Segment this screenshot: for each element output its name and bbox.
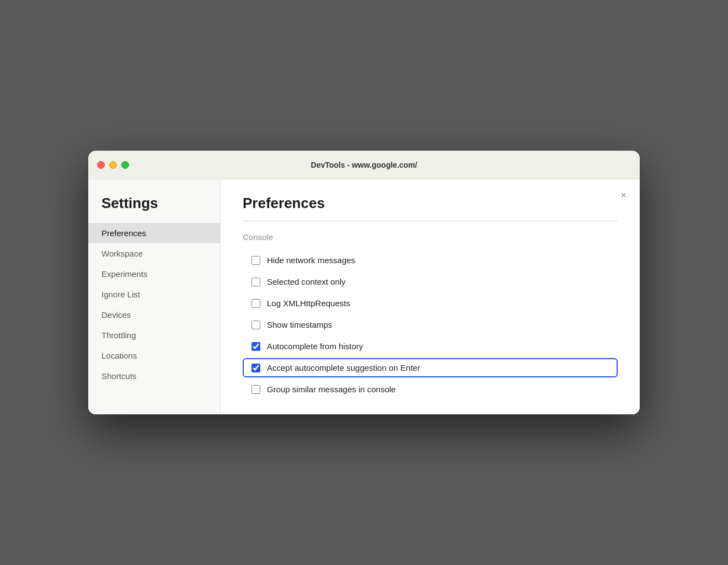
content-area: Settings Preferences Workspace Experimen…: [88, 179, 640, 414]
window-title: DevTools - www.google.com/: [311, 161, 417, 169]
panel-title: Preferences: [243, 195, 618, 212]
checkbox-list: Hide network messages Selected context o…: [243, 250, 618, 399]
checkbox-label-show-timestamps: Show timestamps: [267, 320, 332, 329]
checkbox-autocomplete-history[interactable]: [251, 342, 260, 351]
checkbox-row-group-similar[interactable]: Group similar messages in console: [243, 380, 618, 399]
close-panel-button[interactable]: ×: [620, 190, 627, 200]
checkbox-row-hide-network[interactable]: Hide network messages: [243, 250, 618, 270]
sidebar-item-locations[interactable]: Locations: [88, 345, 220, 366]
checkbox-label-hide-network: Hide network messages: [267, 255, 355, 265]
sidebar-item-devices[interactable]: Devices: [88, 305, 220, 325]
checkbox-row-autocomplete-enter[interactable]: Accept autocomplete suggestion on Enter: [243, 358, 618, 377]
section-title: Console: [243, 232, 618, 242]
checkbox-log-xmlhttp[interactable]: [251, 299, 260, 308]
sidebar-item-experiments[interactable]: Experiments: [88, 264, 220, 284]
checkbox-autocomplete-enter[interactable]: [251, 364, 260, 372]
sidebar-item-shortcuts[interactable]: Shortcuts: [88, 366, 220, 386]
sidebar-item-throttling[interactable]: Throttling: [88, 325, 220, 345]
checkbox-label-log-xmlhttp: Log XMLHttpRequests: [267, 299, 350, 308]
checkbox-hide-network[interactable]: [251, 256, 260, 265]
maximize-button[interactable]: [121, 161, 129, 169]
close-button[interactable]: [97, 161, 105, 169]
divider: [243, 221, 618, 221]
checkbox-label-selected-context: Selected context only: [267, 277, 346, 286]
checkbox-group-similar[interactable]: [251, 385, 260, 394]
checkbox-row-log-xmlhttp[interactable]: Log XMLHttpRequests: [243, 294, 618, 313]
checkbox-label-group-similar: Group similar messages in console: [267, 385, 395, 394]
sidebar-item-preferences[interactable]: Preferences: [88, 223, 220, 243]
checkbox-selected-context[interactable]: [251, 278, 260, 286]
main-panel: × Preferences Console Hide network messa…: [221, 179, 640, 414]
titlebar: DevTools - www.google.com/: [88, 151, 640, 179]
checkbox-row-selected-context[interactable]: Selected context only: [243, 272, 618, 291]
checkbox-label-autocomplete-enter: Accept autocomplete suggestion on Enter: [267, 363, 420, 372]
checkbox-label-autocomplete-history: Autocomplete from history: [267, 342, 363, 351]
devtools-window: DevTools - www.google.com/ Settings Pref…: [88, 151, 640, 414]
sidebar-item-workspace[interactable]: Workspace: [88, 243, 220, 264]
sidebar-heading: Settings: [88, 195, 220, 223]
traffic-lights: [97, 161, 129, 169]
checkbox-row-autocomplete-history[interactable]: Autocomplete from history: [243, 337, 618, 356]
sidebar: Settings Preferences Workspace Experimen…: [88, 179, 221, 414]
minimize-button[interactable]: [109, 161, 117, 169]
sidebar-item-ignore-list[interactable]: Ignore List: [88, 284, 220, 305]
checkbox-show-timestamps[interactable]: [251, 321, 260, 329]
checkbox-row-show-timestamps[interactable]: Show timestamps: [243, 315, 618, 334]
